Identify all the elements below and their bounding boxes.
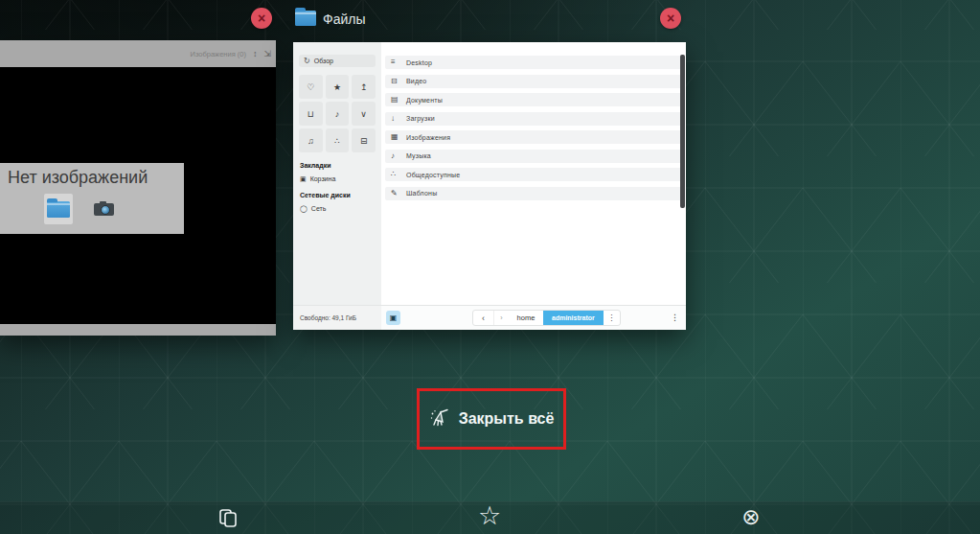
media-icon: ♫ <box>308 136 314 146</box>
place-button-1[interactable]: ★ <box>326 75 350 99</box>
downloads-icon: ∨ <box>360 109 367 119</box>
folder-icon <box>47 201 70 218</box>
viewer-status-text: Изображения (0) <box>191 50 246 58</box>
place-button-6[interactable]: ♫ <box>299 128 323 152</box>
files-window-thumbnail[interactable]: ↻ Обзор ♡ ★ ↥ ⊔ ♪ ∨ ♫ ∴ ⊟ Закладки ▣ Кор… <box>293 42 686 330</box>
empty-state-message: Нет изображений <box>8 168 176 188</box>
open-folder-button[interactable] <box>44 194 73 224</box>
place-button-8[interactable]: ⊟ <box>352 128 376 152</box>
viewer-statusbar <box>0 324 276 336</box>
file-row-pictures[interactable]: ▦ Изображения <box>385 130 682 144</box>
pictures-folder-icon: ▦ <box>391 133 399 141</box>
videos-folder-icon: ⊟ <box>391 78 399 85</box>
camera-icon[interactable] <box>94 203 114 216</box>
network-heading: Сетевые диски <box>300 192 375 198</box>
music-folder-icon: ♪ <box>391 152 399 160</box>
path-menu-button[interactable]: ⋮ <box>604 311 620 325</box>
place-button-7[interactable]: ∴ <box>326 128 350 152</box>
circled-x-icon: ⊗ <box>741 504 760 529</box>
files-bottombar: Свободно: 49,1 ГиБ ▣ ‹ › home administra… <box>293 305 686 330</box>
place-button-2[interactable]: ↥ <box>352 75 376 99</box>
file-row-public[interactable]: ∴ Общедоступные <box>385 168 682 181</box>
place-button-3[interactable]: ⊔ <box>299 102 323 126</box>
star-icon: ☆ <box>478 501 501 530</box>
pathbar: ‹ › home administrator ⋮ <box>472 310 621 326</box>
star-icon: ★ <box>333 82 341 92</box>
desktop-folder-icon: ≡ <box>391 58 399 66</box>
files-list: ≡ Desktop ⊟ Видео ▤ Документы ↓ Загрузки… <box>381 42 686 305</box>
close-icon: × <box>667 12 674 25</box>
favorites-button[interactable]: ☆ <box>474 503 505 529</box>
files-app-icon <box>295 11 316 26</box>
public-folder-icon: ∴ <box>391 171 399 178</box>
path-separator: › <box>494 311 509 325</box>
upload-icon: ↥ <box>360 82 368 92</box>
free-space-text: Свободно: 49,1 ГиБ <box>300 314 356 321</box>
desktop-icon: ⊔ <box>308 109 314 119</box>
close-all-label: Закрыть всё <box>459 410 555 428</box>
file-row-videos[interactable]: ⊟ Видео <box>385 75 682 88</box>
documents-folder-icon: ▤ <box>391 96 399 104</box>
network-icon: ◯ <box>300 205 308 212</box>
viewer-window-thumbnail[interactable]: Изображения (0) ↕ ⇲ Нет изображений <box>0 40 276 336</box>
kebab-menu-icon: ⋮ <box>607 313 615 322</box>
path-segment-home[interactable]: home <box>509 311 543 325</box>
close-icon: × <box>258 12 265 25</box>
sidebar-item-trash[interactable]: ▣ Корзина <box>300 175 375 182</box>
place-button-favorites[interactable]: ♡ <box>299 75 323 99</box>
file-row-templates[interactable]: ✎ Шаблоны <box>385 187 682 200</box>
file-row-desktop[interactable]: ≡ Desktop <box>385 56 682 69</box>
music-icon: ♪ <box>335 109 340 119</box>
files-scrollbar[interactable] <box>680 55 685 208</box>
empty-state-panel: Нет изображений <box>0 163 184 234</box>
templates-folder-icon: ✎ <box>391 190 399 197</box>
file-row-downloads[interactable]: ↓ Загрузки <box>385 112 682 126</box>
viewer-close-button[interactable]: × <box>251 8 272 29</box>
sidebar-item-network[interactable]: ◯ Сеть <box>300 205 375 212</box>
back-button[interactable]: ‹ <box>473 311 494 325</box>
show-windows-button[interactable] <box>217 507 239 531</box>
free-space-panel: Свободно: 49,1 ГиБ <box>293 306 381 330</box>
fullscreen-icon[interactable]: ⇲ <box>263 50 271 58</box>
place-button-5[interactable]: ∨ <box>352 102 376 126</box>
trash-icon: ▣ <box>300 175 307 182</box>
windows-overview-icon <box>217 507 239 528</box>
sidebar-places-grid: ♡ ★ ↥ ⊔ ♪ ∨ ♫ ∴ ⊟ <box>299 75 376 152</box>
overview-desktop: × Изображения (0) ↕ ⇲ Нет изображений Фа… <box>0 0 980 534</box>
kebab-menu-icon: ⋮ <box>671 313 679 322</box>
files-close-button[interactable]: × <box>660 8 681 29</box>
downloads-folder-icon: ↓ <box>391 115 399 123</box>
overview-icon: ↻ <box>304 58 310 65</box>
close-all-button[interactable]: Закрыть всё <box>417 388 566 450</box>
chevron-right-icon: › <box>500 314 502 321</box>
files-window-title: Файлы <box>323 12 365 27</box>
heart-icon: ♡ <box>307 82 314 92</box>
files-sidebar: ↻ Обзор ♡ ★ ↥ ⊔ ♪ ∨ ♫ ∴ ⊟ Закладки ▣ Кор… <box>293 42 381 305</box>
chevron-left-icon: ‹ <box>482 313 485 323</box>
viewer-toolbar: Изображения (0) ↕ ⇲ <box>0 40 276 67</box>
grid-view-icon: ▣ <box>390 313 398 322</box>
path-segment-current[interactable]: administrator <box>543 311 604 325</box>
place-button-4[interactable]: ♪ <box>326 102 350 126</box>
sidebar-overview-button[interactable]: ↻ Обзор <box>299 55 376 67</box>
view-toggle-button[interactable]: ▣ <box>386 311 400 325</box>
shared-icon: ∴ <box>334 136 340 146</box>
file-row-music[interactable]: ♪ Музыка <box>385 150 682 163</box>
file-row-documents[interactable]: ▤ Документы <box>385 93 682 106</box>
disk-icon: ⊟ <box>360 136 368 146</box>
broom-icon <box>429 408 450 430</box>
sort-icon[interactable]: ↕ <box>253 50 258 58</box>
bookmarks-heading: Закладки <box>300 162 375 169</box>
bottombar-overflow-button[interactable]: ⋮ <box>671 313 679 322</box>
close-session-button[interactable]: ⊗ <box>736 506 766 528</box>
